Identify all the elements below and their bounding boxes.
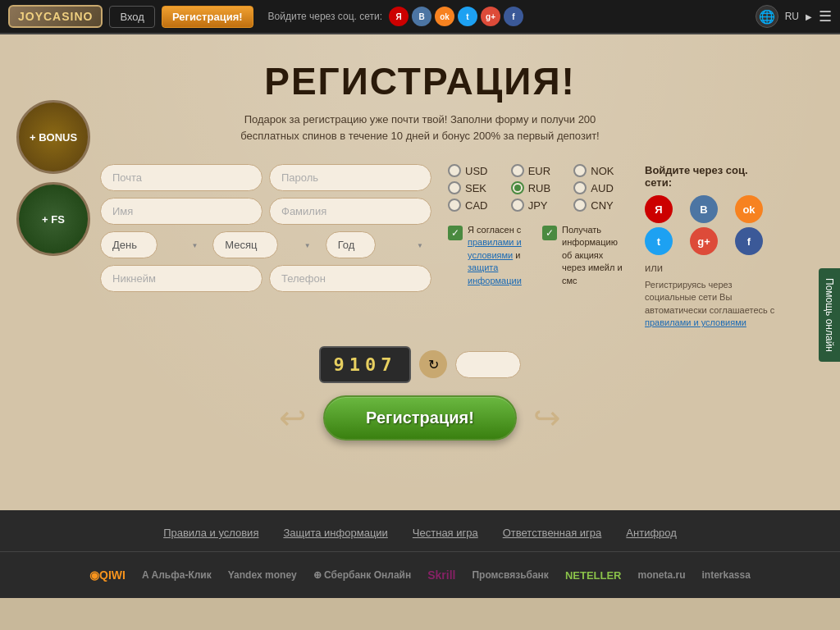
currency-jpy[interactable]: JPY <box>511 199 566 212</box>
social-vk-icon[interactable]: В <box>690 195 718 223</box>
header-fb-icon[interactable]: f <box>504 7 523 26</box>
payment-neteller: NETELLER <box>565 569 622 582</box>
login-button[interactable]: Вход <box>109 6 154 28</box>
header-ok-icon[interactable]: ok <box>435 7 454 26</box>
social-register-text: Регистрируясь через социальные сети Вы а… <box>645 279 776 330</box>
footer-link-antifraud[interactable]: Антифрод <box>626 527 677 539</box>
footer-link-fairplay[interactable]: Честная игра <box>413 527 478 539</box>
fs-label: + FS <box>42 213 65 226</box>
payment-interkassa: interkassa <box>702 569 751 581</box>
currency-aud[interactable]: AUD <box>573 181 628 194</box>
header-ya-icon[interactable]: Я <box>389 7 409 26</box>
logo[interactable]: JOYCASINO <box>8 5 103 28</box>
month-wrapper: Месяц <box>212 231 318 258</box>
terms-text: Я согласен с правилами и условиями и защ… <box>468 224 534 287</box>
main-content: + BONUS + FS Помощь онлайн РЕГИСТРАЦИЯ! … <box>0 34 840 510</box>
social-login-title: Войдите через соц. сети: <box>645 164 776 189</box>
nickname-phone-row <box>100 265 431 292</box>
register-submit-button[interactable]: Регистрация! <box>323 395 517 441</box>
help-sidebar[interactable]: Помощь онлайн <box>819 268 840 362</box>
payment-qiwi: ◉QIWI <box>89 568 126 582</box>
radio-cad[interactable] <box>448 199 461 212</box>
currency-rub[interactable]: RUB <box>511 181 566 194</box>
header-gp-icon[interactable]: g+ <box>481 7 500 26</box>
social-ok-icon[interactable]: ok <box>735 195 763 223</box>
radio-nok[interactable] <box>573 164 587 177</box>
header-vk-icon[interactable]: В <box>412 7 431 26</box>
payment-sberbank: ⊕ Сбербанк Онлайн <box>313 569 411 581</box>
radio-jpy[interactable] <box>511 199 524 212</box>
payment-alfabank: A Альфа-Клик <box>142 569 212 581</box>
social-fb-icon[interactable]: f <box>735 227 763 255</box>
header-right: 🌐 RU ▶ ☰ <box>756 5 832 28</box>
social-gp-icon[interactable]: g+ <box>690 227 718 255</box>
name-row <box>100 198 431 225</box>
captcha-refresh-button[interactable]: ↻ <box>419 350 447 378</box>
phone-field[interactable] <box>269 265 431 292</box>
currency-sek[interactable]: SEK <box>448 181 503 194</box>
nickname-field[interactable] <box>100 265 262 292</box>
month-select[interactable]: Месяц <box>212 231 278 258</box>
day-wrapper: День <box>100 231 206 258</box>
header-social-icons: Я В ok t g+ f <box>389 7 523 26</box>
arrow-icon[interactable]: ▶ <box>806 12 812 21</box>
terms-link2[interactable]: защита информации <box>468 262 522 285</box>
social-tw-icon[interactable]: t <box>645 227 673 255</box>
form-left: День Месяц Год <box>100 164 431 292</box>
payment-yandex: Yandex money <box>228 569 297 581</box>
captcha-input[interactable] <box>455 351 521 378</box>
year-wrapper: Год <box>326 231 431 258</box>
fs-badge[interactable]: + FS <box>16 182 90 256</box>
flag-icon[interactable]: 🌐 <box>756 5 778 28</box>
footer-link-terms[interactable]: Правила и условия <box>163 527 258 539</box>
menu-icon[interactable]: ☰ <box>819 7 832 25</box>
social-ya-icon[interactable]: Я <box>645 195 673 223</box>
social-register-link[interactable]: правилами и условиями <box>645 317 746 327</box>
lastname-field[interactable] <box>269 198 431 225</box>
radio-eur[interactable] <box>511 164 524 177</box>
password-field[interactable] <box>269 164 431 191</box>
currency-grid: USD EUR NOK SEK RUB <box>448 164 628 212</box>
footer: Правила и условия Защита информации Чест… <box>0 510 840 598</box>
captcha-row: 9107 ↻ <box>319 346 522 383</box>
bonus-label: + BONUS <box>30 131 77 144</box>
payment-icons: ◉QIWI A Альфа-Клик Yandex money ⊕ Сберба… <box>0 568 840 582</box>
checkbox-area: ✓ Я согласен с правилами и условиями и з… <box>448 224 628 287</box>
footer-links: Правила и условия Защита информации Чест… <box>0 527 840 552</box>
email-field[interactable] <box>100 164 262 191</box>
header-tw-icon[interactable]: t <box>458 7 477 26</box>
right-arrow-deco: ↪ <box>533 399 561 436</box>
left-arrow-deco: ↩ <box>279 399 307 436</box>
footer-link-responsible[interactable]: Ответственная игра <box>503 527 602 539</box>
radio-sek[interactable] <box>448 181 461 194</box>
payment-skrill: Skrill <box>427 568 455 582</box>
currency-eur[interactable]: EUR <box>511 164 566 177</box>
day-select[interactable]: День <box>100 231 158 258</box>
radio-rub[interactable] <box>511 181 524 194</box>
terms-checkbox[interactable]: ✓ <box>448 226 463 240</box>
promo-text: Получать информацию об акциях через имей… <box>562 224 628 287</box>
footer-link-privacy[interactable]: Защита информации <box>283 527 387 539</box>
promo-checkbox-block: ✓ Получать информацию об акциях через им… <box>542 224 628 287</box>
or-divider: или <box>645 262 776 274</box>
registration-form: День Месяц Год <box>100 164 740 330</box>
payment-moneta: moneta.ru <box>638 569 686 581</box>
radio-usd[interactable] <box>448 164 461 177</box>
firstname-field[interactable] <box>100 198 262 225</box>
bonus-badge[interactable]: + BONUS <box>16 100 90 174</box>
lang-label[interactable]: RU <box>785 11 799 22</box>
year-select[interactable]: Год <box>326 231 376 258</box>
social-login-text: Войдите через соц. сети: <box>268 11 382 22</box>
captcha-display: 9107 <box>319 346 412 383</box>
currency-cad[interactable]: CAD <box>448 199 503 212</box>
page-title: РЕГИСТРАЦИЯ! <box>264 59 576 103</box>
terms-checkbox-block: ✓ Я согласен с правилами и условиями и з… <box>448 224 534 287</box>
radio-cny[interactable] <box>573 199 587 212</box>
currency-cny[interactable]: CNY <box>573 199 628 212</box>
currency-usd[interactable]: USD <box>448 164 503 177</box>
radio-aud[interactable] <box>573 181 587 194</box>
register-button-header[interactable]: Регистрация! <box>162 6 253 28</box>
social-icons-grid: Я В ok t g+ f <box>645 195 776 255</box>
currency-nok[interactable]: NOK <box>573 164 628 177</box>
promo-checkbox[interactable]: ✓ <box>542 226 557 240</box>
